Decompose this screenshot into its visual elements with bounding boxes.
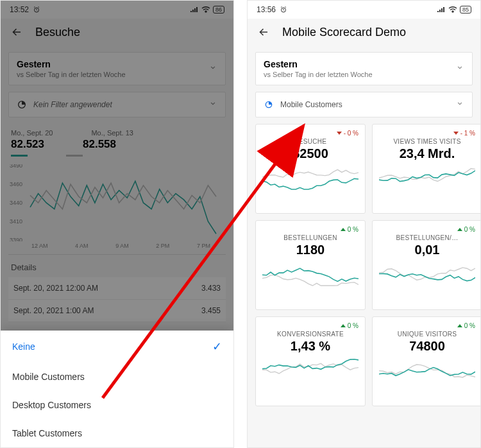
series1-date: Mo., Sept. 20 (11, 129, 53, 137)
details-header: Details (8, 254, 226, 277)
battery-icon: 85 (460, 6, 471, 13)
tile-title: VIEWS TIMES VISITS (379, 138, 475, 145)
back-button[interactable] (10, 25, 24, 39)
phone-left: 13:52 86 Besuche Gestern vs Selber Tag i… (0, 0, 234, 448)
metric-tile[interactable]: - 0 % BESUCHE 82500 (255, 124, 366, 214)
tile-delta: 0 % (262, 322, 359, 329)
tile-title: BESTELLUNGEN (262, 234, 359, 241)
tile-value: 23,4 Mrd. (379, 146, 475, 161)
status-time: 13:56 (257, 5, 276, 14)
svg-text:3460: 3460 (10, 181, 22, 187)
series2-value: 82.558 (83, 138, 116, 151)
tile-delta: - 1 % (379, 130, 475, 137)
detail-row[interactable]: Sept. 20, 2021 1:00 AM3.455 (8, 300, 226, 322)
chevron-down-icon (455, 63, 464, 74)
segment-option-label: Desktop Customers (12, 400, 91, 410)
metric-tile[interactable]: 0 % KONVERSIONSRATE 1,43 % (255, 316, 366, 406)
wifi-icon (201, 6, 210, 13)
sparkline (379, 257, 475, 307)
tile-delta: 0 % (379, 226, 475, 233)
svg-text:3440: 3440 (10, 200, 22, 206)
tile-delta: 0 % (379, 322, 475, 329)
metric-tile[interactable]: 0 % BESTELLUNGEN 1180 (255, 220, 366, 310)
series1-swatch (11, 155, 28, 157)
tile-title: BESUCHE (262, 138, 359, 145)
app-header: Mobile Scorecard Demo (248, 19, 480, 46)
chart-card: Mo., Sept. 20 Mo., Sept. 13 82.523 82.55… (8, 124, 226, 249)
segment-icon (264, 99, 274, 110)
segment-icon (17, 99, 27, 110)
date-sub: vs Selber Tag in der letzten Woche (264, 71, 373, 78)
status-bar: 13:56 85 (248, 1, 480, 19)
chevron-down-icon (455, 99, 464, 110)
sparkline (262, 354, 359, 403)
triangle-down-icon (337, 132, 342, 135)
sparkline (379, 161, 475, 211)
tile-value: 1180 (262, 243, 359, 257)
tile-value: 74800 (379, 339, 475, 354)
tile-title: UNIQUE VISITORS (379, 331, 475, 338)
tile-delta: - 0 % (262, 130, 359, 137)
svg-text:3410: 3410 (10, 218, 22, 225)
tile-value: 0,01 (379, 243, 475, 257)
segment-option[interactable]: Desktop Customers (1, 391, 233, 419)
sparkline (262, 257, 359, 307)
tile-delta: 0 % (262, 226, 359, 233)
wifi-icon (448, 6, 457, 13)
page-title: Mobile Scorecard Demo (282, 26, 406, 39)
filter-applied: Mobile Customers (280, 100, 342, 109)
svg-text:3490: 3490 (10, 164, 22, 169)
signal-icon (190, 6, 199, 13)
segment-option-label: Mobile Customers (12, 372, 85, 382)
metric-tile[interactable]: - 1 % VIEWS TIMES VISITS 23,4 Mrd. (372, 124, 480, 214)
triangle-up-icon (341, 228, 346, 231)
series2-date: Mo., Sept. 13 (91, 129, 133, 137)
tile-title: KONVERSIONSRATE (262, 331, 359, 338)
tile-value: 82500 (262, 146, 359, 161)
date-range-selector[interactable]: Gestern vs Selber Tag in der letzten Woc… (255, 52, 473, 85)
metric-tile[interactable]: 0 % UNIQUE VISITORS 74800 (372, 316, 480, 406)
segment-option[interactable]: Tablet Customers (1, 419, 233, 447)
page-title: Besuche (35, 26, 80, 39)
app-header: Besuche (1, 19, 233, 46)
triangle-up-icon (457, 228, 462, 231)
date-sub: vs Selber Tag in der letzten Woche (17, 71, 126, 78)
triangle-up-icon (457, 324, 462, 327)
filter-selector[interactable]: Mobile Customers (255, 92, 473, 117)
triangle-up-icon (341, 324, 346, 327)
alarm-icon (33, 6, 40, 13)
line-chart: 34903460344034103390 (8, 164, 226, 241)
detail-row[interactable]: Sept. 20, 2021 12:00 AM3.433 (8, 277, 226, 300)
segment-option[interactable]: Mobile Customers (1, 363, 233, 391)
date-range-selector[interactable]: Gestern vs Selber Tag in der letzten Woc… (8, 52, 226, 85)
alarm-icon (280, 6, 287, 13)
segment-option-label: Tablet Customers (12, 428, 82, 438)
segment-option[interactable]: Keine✓ (1, 331, 233, 363)
series1-value: 82.523 (11, 138, 44, 151)
detail-time: Sept. 20, 2021 12:00 AM (13, 284, 98, 293)
detail-value: 3.455 (201, 306, 221, 315)
metric-tile[interactable]: 0 % BESTELLUNGEN/… 0,01 (372, 220, 480, 310)
sparkline (262, 161, 359, 211)
sparkline (379, 354, 475, 403)
tile-title: BESTELLUNGEN/… (379, 234, 475, 241)
back-button[interactable] (257, 25, 271, 39)
phone-right: 13:56 85 Mobile Scorecard Demo Gestern v… (247, 0, 481, 448)
date-main: Gestern (17, 59, 126, 69)
date-main: Gestern (264, 59, 373, 69)
triangle-down-icon (453, 132, 459, 135)
detail-time: Sept. 20, 2021 1:00 AM (13, 306, 94, 315)
check-icon: ✓ (212, 340, 222, 354)
segment-option-label: Keine (12, 341, 35, 352)
chevron-down-icon (208, 63, 217, 74)
filter-selector[interactable]: Kein Filter angewendet (8, 92, 226, 117)
filter-label: Kein Filter angewendet (33, 100, 112, 109)
signal-icon (437, 6, 446, 13)
segment-picker-sheet: Keine✓Mobile CustomersDesktop CustomersT… (1, 331, 233, 447)
status-time: 13:52 (10, 5, 29, 14)
tile-value: 1,43 % (262, 339, 359, 354)
series2-swatch (66, 155, 83, 157)
chevron-down-icon (208, 99, 217, 110)
svg-text:3390: 3390 (10, 237, 22, 241)
detail-value: 3.433 (201, 284, 221, 293)
